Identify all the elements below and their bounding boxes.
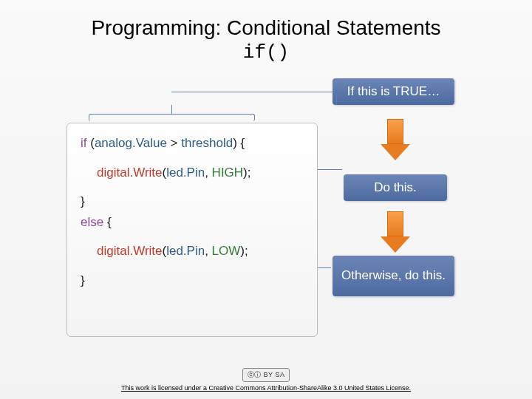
keyword-if: if: [81, 136, 87, 150]
brace-open: {: [103, 215, 111, 229]
footer: ⓒⓘ BY SA This work is licensed under a C…: [0, 368, 532, 392]
code-line-else-body: digital.Write(led.Pin, LOW);: [81, 242, 304, 261]
paren-open: (: [87, 136, 95, 150]
callout-else: Otherwise, do this.: [332, 256, 454, 296]
arrow-down-icon: [381, 119, 410, 160]
keyword-else: else: [81, 215, 103, 229]
arrow-down-icon: [381, 211, 410, 253]
code-line-final-brace: }: [81, 271, 304, 290]
bracket-condition: [89, 114, 255, 121]
brace-close: }: [81, 194, 85, 208]
cond-lhs: analog.Value: [95, 136, 167, 150]
paren-close: );: [240, 244, 248, 258]
page-subtitle: if(): [0, 41, 532, 64]
cc-badge-icon: ⓒⓘ BY SA: [242, 368, 290, 382]
connector-line: [171, 92, 337, 105]
arg-pin: led.Pin: [166, 244, 205, 258]
license-link[interactable]: This work is licensed under a Creative C…: [121, 384, 411, 392]
cond-rhs: threshold: [181, 136, 233, 150]
cond-close: ) {: [233, 136, 245, 150]
code-line-closebrace: }: [81, 192, 304, 211]
code-panel: if (analog.Value > threshold) { digital.…: [66, 123, 318, 337]
diagram-area: If this is TRUE… Do this. Otherwise, do …: [0, 64, 532, 374]
comma: ,: [205, 244, 211, 258]
callout-then: Do this.: [344, 174, 447, 201]
paren-close: );: [243, 166, 250, 180]
code-line-if: if (analog.Value > threshold) {: [81, 134, 304, 153]
connector-line: [171, 105, 172, 114]
callout-condition: If this is TRUE…: [332, 78, 454, 105]
cond-op: >: [167, 136, 181, 150]
brace-close: }: [81, 273, 85, 287]
page-title: Programming: Conditional Statements: [0, 16, 532, 40]
arg-high: HIGH: [212, 166, 244, 180]
fn-name: digital.Write: [97, 244, 163, 258]
arg-low: LOW: [212, 244, 241, 258]
code-line-then: digital.Write(led.Pin, HIGH);: [81, 163, 304, 183]
code-line-else: else {: [81, 213, 304, 232]
fn-name: digital.Write: [97, 166, 163, 180]
comma: ,: [205, 166, 211, 180]
arg-pin: led.Pin: [166, 166, 205, 180]
